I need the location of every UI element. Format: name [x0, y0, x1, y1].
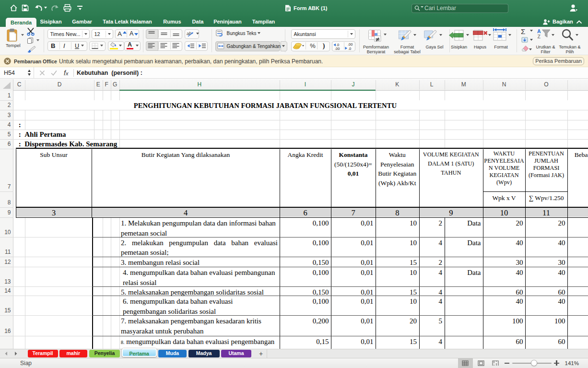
svg-text:Z: Z	[538, 34, 541, 39]
svg-text:.00: .00	[335, 47, 340, 51]
